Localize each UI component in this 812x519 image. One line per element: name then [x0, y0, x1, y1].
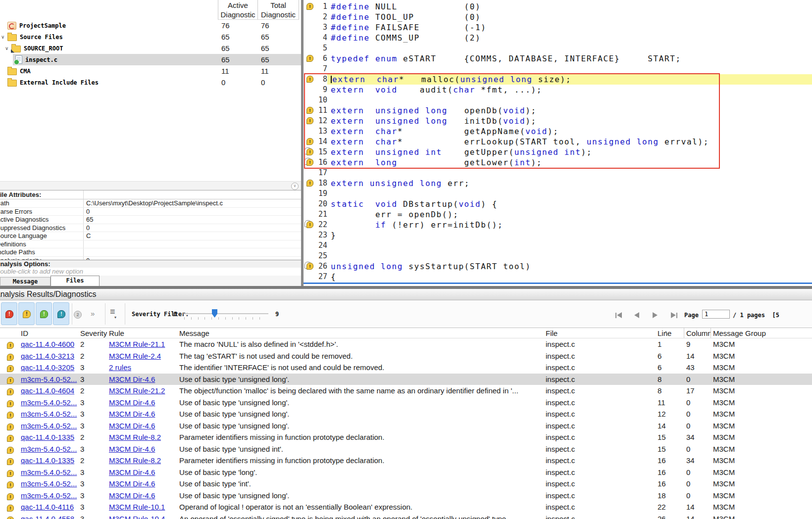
header-rule[interactable]: Rule: [107, 328, 177, 338]
diagnostic-id-link[interactable]: qac-11.4.0-3205: [21, 363, 74, 372]
rule-link[interactable]: M3CM Rule-21.2: [109, 386, 165, 395]
result-row[interactable]: !qac-11.4.0-13352M3CM Rule-8.2Parameter …: [0, 455, 812, 467]
diagnostic-id-link[interactable]: m3cm-5.4.0-52...: [21, 422, 77, 430]
diagnostic-id-link[interactable]: m3cm-5.4.0-52...: [21, 445, 77, 453]
diagnostic-id-link[interactable]: qac-11.4.0-4116: [21, 503, 74, 511]
last-page-button[interactable]: [671, 312, 677, 318]
header-severity[interactable]: Severity: [78, 328, 107, 338]
first-page-button[interactable]: [615, 312, 622, 318]
severity-slider[interactable]: [183, 307, 268, 322]
expand-arrow-icon[interactable]: ∨: [5, 46, 11, 51]
rule-link[interactable]: M3CM Dir-4.6: [109, 445, 155, 453]
code-line[interactable]: 21 err = openDb();: [304, 209, 812, 220]
rule-link[interactable]: M3CM Dir-4.6: [109, 422, 155, 430]
code-line[interactable]: 19: [304, 189, 812, 199]
warning-icon[interactable]: !: [306, 263, 313, 270]
tab-files[interactable]: Files: [51, 276, 100, 286]
result-row[interactable]: !m3cm-5.4.0-52...3M3CM Dir-4.6Use of bas…: [0, 397, 812, 409]
code-line[interactable]: 17: [304, 168, 812, 178]
result-row[interactable]: !m3cm-5.4.0-52...3M3CM Dir-4.6Use of bas…: [0, 443, 812, 455]
warning-icon[interactable]: !: [306, 221, 313, 228]
tree-node[interactable]: ∨Source Files6565: [0, 31, 301, 43]
code-line[interactable]: !22 if (!err) err=initDb();: [304, 220, 812, 230]
warning-icon[interactable]: !: [306, 76, 313, 83]
diagnostic-id-link[interactable]: m3cm-5.4.0-52...: [21, 491, 77, 500]
menu-icon[interactable]: ≡▾: [110, 307, 116, 320]
result-row[interactable]: !qac-11.4.0-45583M3CM Rule-10.4An operan…: [0, 513, 812, 519]
more-levels-icon[interactable]: »: [91, 309, 95, 318]
filter-level-note-button[interactable]: !: [53, 302, 69, 325]
code-line[interactable]: !1#define NULL (0): [304, 1, 812, 12]
code-line[interactable]: 27{: [304, 272, 812, 282]
result-row[interactable]: !m3cm-5.4.0-52...3M3CM Dir-4.6Use of bas…: [0, 420, 812, 432]
header-column[interactable]: Column: [684, 328, 711, 338]
column-header-active-diagnostic[interactable]: Active Diagnostic: [218, 0, 258, 20]
code-editor[interactable]: !1#define NULL (0)2#define TOOL_UP (0)3#…: [304, 0, 812, 284]
code-line[interactable]: !26unsigned long sysStartup(START tool): [304, 261, 812, 272]
code-line[interactable]: !6typedef enum eSTART {COMMS, DATABASE, …: [304, 53, 812, 64]
code-line[interactable]: 5: [304, 43, 812, 53]
diagnostic-id-link[interactable]: qac-11.4.0-1335: [21, 433, 74, 441]
result-row[interactable]: !m3cm-5.4.0-52...3M3CM Dir-4.6Use of bas…: [0, 467, 812, 478]
result-row[interactable]: !qac-11.4.0-32132M3CM Rule-2.4The tag 'e…: [0, 350, 812, 362]
tab-message-levels[interactable]: Message Levels: [0, 277, 51, 286]
rule-link[interactable]: M3CM Rule-10.1: [109, 503, 165, 511]
code-line[interactable]: 25: [304, 251, 812, 261]
code-line[interactable]: !14extern char* errLookup(START tool, un…: [304, 137, 812, 147]
tree-node[interactable]: inspect.c6565: [0, 54, 301, 65]
horizontal-splitter[interactable]: ∨: [0, 181, 301, 190]
warning-icon[interactable]: !: [306, 55, 313, 62]
result-row[interactable]: !qac-11.4.0-46042M3CM Rule-21.2The objec…: [0, 385, 812, 397]
rule-link[interactable]: M3CM Dir-4.6: [109, 468, 155, 476]
previous-page-button[interactable]: [634, 312, 639, 318]
result-row[interactable]: !qac-11.4.0-13352M3CM Rule-8.2Parameter …: [0, 431, 812, 443]
rule-link[interactable]: M3CM Rule-10.4: [109, 515, 165, 519]
diagnostic-id-link[interactable]: m3cm-5.4.0-52...: [21, 398, 77, 407]
diagnostic-id-link[interactable]: m3cm-5.4.0-52...: [21, 479, 77, 488]
warning-icon[interactable]: !: [306, 107, 313, 114]
result-row[interactable]: !m3cm-5.4.0-52...3M3CM Dir-4.6Use of bas…: [0, 408, 812, 420]
rule-link[interactable]: M3CM Dir-4.6: [109, 491, 155, 500]
result-row[interactable]: !m3cm-5.4.0-52...3M3CM Dir-4.6Use of bas…: [0, 490, 812, 502]
filter-level-warning-button[interactable]: !: [18, 302, 35, 325]
diagnostic-id-link[interactable]: qac-11.4.0-4558: [21, 515, 74, 519]
code-line[interactable]: !11extern unsigned long openDb(void);: [304, 105, 812, 116]
attribute-value[interactable]: [84, 240, 301, 248]
code-line[interactable]: 24: [304, 240, 812, 251]
suppressed-level-icon[interactable]: 2: [74, 311, 82, 319]
column-header-total-diagnostic[interactable]: Total Diagnostic: [258, 0, 299, 20]
attribute-value[interactable]: 0: [84, 208, 301, 216]
warning-icon[interactable]: !: [306, 117, 313, 124]
diagnostic-id-link[interactable]: m3cm-5.4.0-52...: [21, 410, 77, 418]
result-row[interactable]: !m3cm-5.4.0-52...3M3CM Dir-4.6Use of bas…: [0, 374, 812, 385]
rule-link[interactable]: 2 rules: [109, 363, 131, 372]
code-line[interactable]: !12extern unsigned long initDb(void);: [304, 116, 812, 126]
header-line[interactable]: Line∧: [656, 328, 684, 338]
tree-node[interactable]: ProjectSample7676: [0, 20, 301, 31]
collapse-panel-icon[interactable]: ∨: [291, 183, 299, 190]
next-page-button[interactable]: [653, 312, 658, 318]
header-id[interactable]: ID: [19, 328, 78, 338]
warning-icon[interactable]: !: [306, 148, 313, 155]
expand-arrow-icon[interactable]: ∨: [1, 34, 7, 40]
result-row[interactable]: !m3cm-5.4.0-52...3M3CM Dir-4.6Use of bas…: [0, 478, 812, 490]
tree-node[interactable]: External Include Files00: [0, 77, 301, 88]
code-line[interactable]: 20static void DBstartup(void) {: [304, 199, 812, 209]
code-line[interactable]: 10: [304, 95, 812, 105]
rule-link[interactable]: M3CM Rule-21.1: [109, 340, 165, 348]
rule-link[interactable]: M3CM Rule-2.4: [109, 352, 161, 360]
attribute-value[interactable]: C:\Users\mxyt\Desktop\ProjectSample\insp…: [84, 199, 301, 207]
attribute-value[interactable]: C: [84, 232, 301, 240]
diagnostic-id-link[interactable]: qac-11.4.0-3213: [21, 352, 74, 360]
attribute-value[interactable]: 0: [84, 224, 301, 232]
filter-level-info-button[interactable]: !: [36, 302, 52, 325]
code-line[interactable]: 3#define FAILSAFE (-1): [304, 22, 812, 33]
diagnostic-id-link[interactable]: qac-11.4.0-4600: [21, 340, 74, 348]
page-number-input[interactable]: [702, 310, 730, 319]
rule-link[interactable]: M3CM Dir-4.6: [109, 375, 155, 383]
code-line[interactable]: !18extern unsigned long err;: [304, 178, 812, 189]
header-file[interactable]: File: [544, 328, 656, 338]
diagnostic-id-link[interactable]: m3cm-5.4.0-52...: [21, 468, 77, 476]
result-row[interactable]: !qac-11.4.0-46002M3CM Rule-21.1The macro…: [0, 338, 812, 350]
rule-link[interactable]: M3CM Dir-4.6: [109, 410, 155, 418]
